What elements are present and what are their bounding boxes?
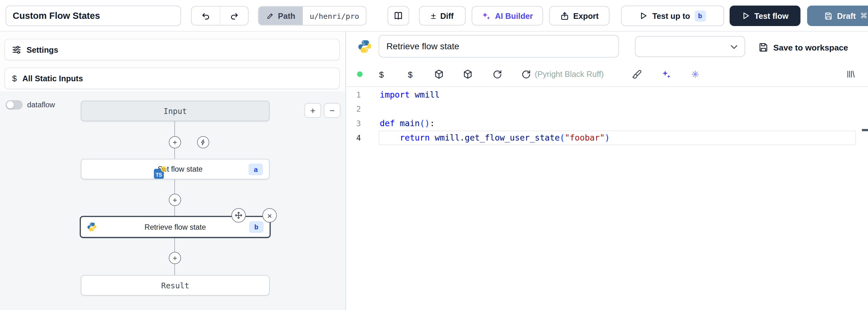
package-button[interactable] xyxy=(433,62,445,87)
step-editor-panel: Save to workspace $ $ (Pyright Black Ruf… xyxy=(346,32,868,310)
flow-title-input[interactable] xyxy=(6,6,181,26)
variables-button[interactable]: $ xyxy=(375,62,388,87)
redo-icon xyxy=(230,11,239,20)
path-button[interactable]: Path u/henri/pro xyxy=(258,6,367,25)
play-icon xyxy=(640,11,648,20)
redo-button[interactable] xyxy=(220,7,248,25)
sparkle-burst-button[interactable] xyxy=(689,62,702,87)
line-number: 2 xyxy=(346,102,361,116)
pencil-icon xyxy=(266,12,274,20)
test-flow-button[interactable]: Test flow xyxy=(730,6,801,26)
code-token: . xyxy=(460,133,465,143)
package-icon xyxy=(463,69,473,79)
add-step-button[interactable]: + xyxy=(169,136,181,148)
test-up-to-button[interactable]: Test up to b xyxy=(621,6,724,26)
line-number: 3 xyxy=(346,116,361,131)
resources-button[interactable]: $ xyxy=(404,62,416,87)
zoom-in-button[interactable]: + xyxy=(305,103,321,118)
dataflow-toggle[interactable] xyxy=(6,100,23,110)
dataflow-label: dataflow xyxy=(27,101,55,109)
reload-button[interactable] xyxy=(491,62,503,87)
node-result[interactable]: Result xyxy=(81,275,270,295)
code-token: ( xyxy=(420,119,425,129)
node-set-flow-state[interactable]: TS Set flow state a xyxy=(81,159,270,179)
code-line: return wmill.get_flow_user_state("foobar… xyxy=(380,131,610,145)
zoom-out-button[interactable]: − xyxy=(324,103,341,118)
python-icon xyxy=(358,39,372,54)
command-icon: ⌘ xyxy=(860,11,867,20)
save-to-workspace-button[interactable]: Save to workspace xyxy=(758,39,848,56)
code-line: import wmill xyxy=(380,88,440,102)
sparkles-icon xyxy=(482,11,491,20)
ai-sparkles-icon xyxy=(661,69,671,79)
ai-builder-label: AI Builder xyxy=(495,11,533,20)
scrollbar-cursor-marker[interactable] xyxy=(862,129,868,131)
node-badge-a: a xyxy=(249,163,263,175)
settings-card[interactable]: Settings xyxy=(4,39,340,61)
code-token: "foobar" xyxy=(565,133,605,143)
green-status-icon xyxy=(357,72,363,77)
all-static-inputs-label: All Static Inputs xyxy=(22,74,83,83)
export-label: Export xyxy=(573,11,599,20)
tag-dropdown[interactable] xyxy=(635,36,745,57)
code-editor[interactable]: 1 2 3 4 import wmill def main(): return … xyxy=(346,87,868,310)
code-token: get_flow_user_state xyxy=(465,133,560,143)
add-step-button[interactable]: + xyxy=(169,194,181,206)
toggle-knob xyxy=(7,101,14,109)
code-line: def main(): xyxy=(380,116,435,131)
save-to-workspace-label: Save to workspace xyxy=(773,43,848,52)
test-up-to-label: Test up to xyxy=(652,11,690,20)
brush-icon xyxy=(632,69,642,79)
draft-button[interactable]: Draft ⌘ xyxy=(807,6,868,26)
format-code-button[interactable] xyxy=(631,62,643,87)
node-result-label: Result xyxy=(161,281,189,290)
typescript-icon: TS xyxy=(154,169,164,179)
diff-label: Diff xyxy=(440,11,454,20)
step-name-input[interactable] xyxy=(378,35,619,57)
line-number: 1 xyxy=(346,88,361,102)
flow-graph-panel: Settings $ All Static Inputs dataflow In… xyxy=(0,32,346,310)
emoji-badge-icon xyxy=(160,166,166,172)
dollar-icon: $ xyxy=(408,70,413,78)
plus-minus-icon: ± xyxy=(431,11,436,20)
move-icon xyxy=(235,212,242,219)
export-icon xyxy=(560,11,569,20)
book-icon xyxy=(394,11,403,20)
path-label: Path xyxy=(278,11,295,20)
package-button[interactable] xyxy=(462,62,474,87)
assistants-label: (Pyright Black Ruff) xyxy=(535,69,603,79)
all-static-inputs-card[interactable]: $ All Static Inputs xyxy=(4,67,340,89)
dollar-icon: $ xyxy=(12,74,17,82)
path-value: u/henri/pro xyxy=(303,7,366,25)
diff-button[interactable]: ± Diff xyxy=(419,6,465,25)
code-token: ) xyxy=(604,133,610,143)
ai-assistant-button[interactable] xyxy=(660,62,672,87)
reload-button[interactable] xyxy=(520,62,532,87)
move-node-button[interactable] xyxy=(231,208,246,222)
undo-button[interactable] xyxy=(192,7,220,25)
settings-label: Settings xyxy=(27,45,58,54)
trigger-bolt-button[interactable] xyxy=(197,136,209,148)
ai-builder-button[interactable]: AI Builder xyxy=(472,6,543,25)
undo-redo-group xyxy=(191,6,249,25)
code-token: ( xyxy=(560,133,565,143)
docs-button[interactable] xyxy=(388,6,409,25)
python-icon xyxy=(87,222,97,232)
undo-icon xyxy=(201,11,210,20)
history-bars-button[interactable] xyxy=(845,62,857,87)
delete-node-button[interactable]: × xyxy=(262,208,277,222)
dollar-icon: $ xyxy=(379,70,384,78)
code-token: wmill xyxy=(430,133,460,143)
refresh-icon xyxy=(521,69,531,79)
export-button[interactable]: Export xyxy=(549,6,609,25)
add-step-button[interactable]: + xyxy=(169,252,181,264)
topbar: Path u/henri/pro ± Diff AI Builder Expor… xyxy=(0,0,868,32)
bolt-icon xyxy=(200,139,206,146)
refresh-icon xyxy=(492,69,502,79)
assistants-status: (Pyright Black Ruff) xyxy=(535,62,603,87)
play-icon xyxy=(742,11,750,20)
node-input[interactable]: Input xyxy=(81,101,270,121)
status-dot xyxy=(356,62,364,87)
sliders-icon xyxy=(12,45,21,54)
chevron-down-icon xyxy=(730,43,738,51)
